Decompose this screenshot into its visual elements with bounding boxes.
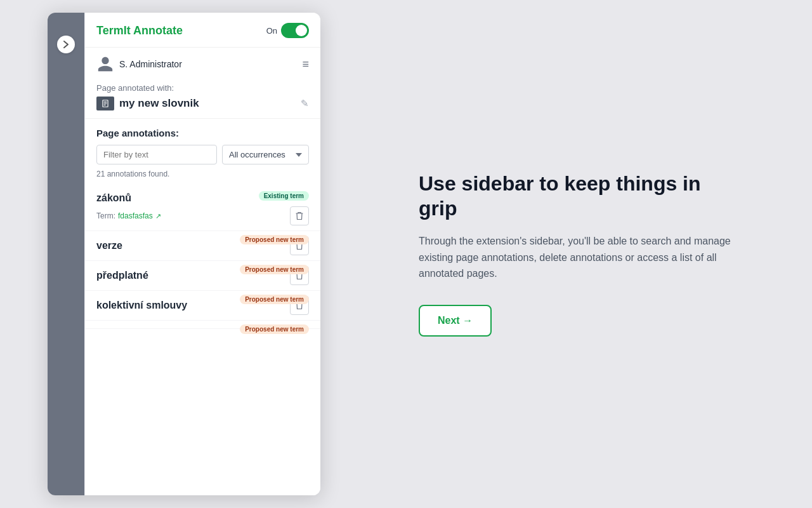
sidebar-panel: TermIt Annotate On S. Administrator [84, 13, 320, 495]
slovnik-name-text: my new slovnik [119, 97, 199, 110]
annotation-term-predplatne: předplatné [96, 270, 148, 281]
left-area: TermIt Annotate On S. Administrator [0, 0, 368, 508]
annotation-item-zakonů: Existing term zákonů Term: fdasfasfas ↗ [85, 187, 320, 231]
annotated-with-label: Page annotated with: [96, 83, 309, 93]
annotation-item-more: Proposed new term [85, 321, 320, 329]
right-area: Use sidebar to keep things in grip Throu… [368, 0, 812, 508]
app-title: TermIt Annotate [96, 24, 183, 37]
menu-icon[interactable]: ≡ [302, 58, 309, 70]
browser-card: TermIt Annotate On S. Administrator [48, 13, 320, 495]
term-ref-value[interactable]: fdasfasfas [118, 211, 153, 220]
filter-text-input[interactable] [96, 145, 217, 164]
user-name: S. Administrator [119, 59, 182, 69]
annotated-with-section: Page annotated with: my new slovnik ✎ [85, 73, 320, 119]
expand-sidebar-button[interactable] [57, 36, 75, 53]
chevron-right-icon [63, 40, 69, 49]
sidebar-header: TermIt Annotate On [85, 13, 320, 48]
annotation-term-verze: verze [96, 240, 122, 251]
filter-row: All occurrences Existing terms Proposed … [96, 145, 309, 164]
annotate-toggle[interactable] [281, 23, 309, 38]
annotation-item-kolektivni: Proposed new term kolektivní smlouvy [85, 291, 320, 321]
annotations-title: Page annotations: [96, 128, 309, 138]
toggle-area: On [266, 23, 309, 38]
badge-proposed-more: Proposed new term [240, 324, 309, 334]
slovnik-name: my new slovnik [96, 97, 199, 110]
sidebar-sliver [48, 13, 84, 495]
edit-slovnik-icon[interactable]: ✎ [301, 98, 309, 109]
content-block: Use sidebar to keep things in grip Throu… [419, 171, 736, 337]
content-description: Through the extension's sidebar, you'll … [419, 233, 736, 282]
badge-proposed-predplatne: Proposed new term [240, 265, 309, 274]
badge-existing: Existing term [259, 191, 309, 201]
term-ref-label: Term: [96, 211, 115, 220]
page-root: TermIt Annotate On S. Administrator [0, 0, 812, 508]
user-info: S. Administrator [96, 55, 182, 73]
book-icon [96, 97, 114, 110]
external-link-icon[interactable]: ↗ [155, 212, 161, 220]
annotation-details: Term: fdasfasfas ↗ [96, 206, 309, 225]
annotation-item-verze: Proposed new term verze [85, 231, 320, 261]
annotations-section-header: Page annotations: All occurrences Existi… [85, 119, 320, 187]
content-title: Use sidebar to keep things in grip [419, 171, 736, 220]
badge-proposed-verze: Proposed new term [240, 235, 309, 244]
slovnik-row: my new slovnik ✎ [96, 97, 309, 110]
header-top: TermIt Annotate On [96, 23, 309, 38]
filter-select[interactable]: All occurrences Existing terms Proposed … [222, 145, 309, 164]
delete-zakonů-button[interactable] [290, 206, 309, 225]
toggle-label: On [266, 26, 277, 36]
annotation-item-predplatne: Proposed new term předplatné [85, 261, 320, 291]
found-count: 21 annotations found. [96, 170, 309, 178]
annotations-list: Existing term zákonů Term: fdasfasfas ↗ [85, 187, 320, 495]
book-svg [101, 99, 110, 108]
user-avatar-icon [96, 55, 114, 73]
term-ref: Term: fdasfasfas ↗ [96, 211, 161, 220]
next-button[interactable]: Next → [419, 305, 492, 337]
trash-icon [296, 211, 303, 220]
badge-proposed-kolektivni: Proposed new term [240, 295, 309, 304]
user-row: S. Administrator ≡ [85, 48, 320, 73]
annotation-term-kolektivni: kolektivní smlouvy [96, 300, 187, 311]
